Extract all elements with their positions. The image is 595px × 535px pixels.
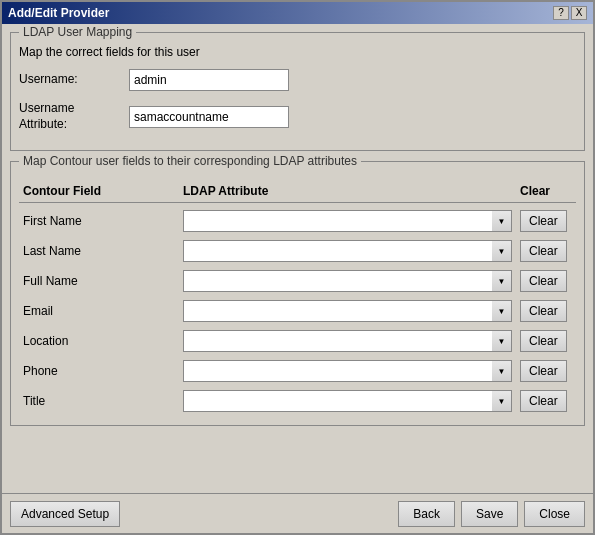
full-name-dropdown-cell: ▼ <box>179 270 516 292</box>
email-clear-button[interactable]: Clear <box>520 300 567 322</box>
last-name-dropdown[interactable] <box>183 240 512 262</box>
last-name-dropdown-arrow[interactable]: ▼ <box>492 240 512 262</box>
bottom-bar-right: Back Save Close <box>398 501 585 527</box>
title-dropdown-arrow[interactable]: ▼ <box>492 390 512 412</box>
close-button[interactable]: Close <box>524 501 585 527</box>
email-dropdown-cell: ▼ <box>179 300 516 322</box>
field-label-email: Email <box>19 304 179 318</box>
table-row: Last Name ▼ Clear <box>19 237 576 265</box>
back-button[interactable]: Back <box>398 501 455 527</box>
username-label: Username: <box>19 72 129 88</box>
bottom-bar: Advanced Setup Back Save Close <box>2 493 593 533</box>
table-row: Title ▼ Clear <box>19 387 576 415</box>
field-label-location: Location <box>19 334 179 348</box>
username-input[interactable] <box>129 69 289 91</box>
last-name-dropdown-wrapper: ▼ <box>183 240 512 262</box>
field-label-first-name: First Name <box>19 214 179 228</box>
phone-dropdown-cell: ▼ <box>179 360 516 382</box>
ldap-user-mapping-group: LDAP User Mapping Map the correct fields… <box>10 32 585 151</box>
title-bar: Add/Edit Provider ? X <box>2 2 593 24</box>
email-dropdown[interactable] <box>183 300 512 322</box>
field-label-title: Title <box>19 394 179 408</box>
title-clear-button[interactable]: Clear <box>520 390 567 412</box>
username-attr-label: UsernameAttribute: <box>19 101 129 132</box>
table-row: Location ▼ Clear <box>19 327 576 355</box>
phone-dropdown-wrapper: ▼ <box>183 360 512 382</box>
email-dropdown-arrow[interactable]: ▼ <box>492 300 512 322</box>
first-name-dropdown-cell: ▼ <box>179 210 516 232</box>
last-name-dropdown-cell: ▼ <box>179 240 516 262</box>
col-ldap-attribute: LDAP Attribute <box>179 184 516 198</box>
location-dropdown[interactable] <box>183 330 512 352</box>
username-attr-input[interactable] <box>129 106 289 128</box>
full-name-clear-button[interactable]: Clear <box>520 270 567 292</box>
window-title: Add/Edit Provider <box>8 6 109 20</box>
field-label-phone: Phone <box>19 364 179 378</box>
location-dropdown-arrow[interactable]: ▼ <box>492 330 512 352</box>
first-name-dropdown-arrow[interactable]: ▼ <box>492 210 512 232</box>
help-button[interactable]: ? <box>553 6 569 20</box>
title-dropdown-cell: ▼ <box>179 390 516 412</box>
table-row: Email ▼ Clear <box>19 297 576 325</box>
phone-dropdown[interactable] <box>183 360 512 382</box>
username-row: Username: <box>19 69 576 91</box>
full-name-dropdown-wrapper: ▼ <box>183 270 512 292</box>
col-clear: Clear <box>516 184 576 198</box>
first-name-dropdown[interactable] <box>183 210 512 232</box>
title-dropdown-wrapper: ▼ <box>183 390 512 412</box>
contour-group-title: Map Contour user fields to their corresp… <box>19 154 361 168</box>
first-name-clear-cell: Clear <box>516 210 576 232</box>
col-contour-field: Contour Field <box>19 184 179 198</box>
username-attr-row: UsernameAttribute: <box>19 101 576 132</box>
title-clear-cell: Clear <box>516 390 576 412</box>
save-button[interactable]: Save <box>461 501 518 527</box>
last-name-clear-cell: Clear <box>516 240 576 262</box>
table-row: Full Name ▼ Clear <box>19 267 576 295</box>
email-clear-cell: Clear <box>516 300 576 322</box>
scroll-area: LDAP User Mapping Map the correct fields… <box>2 24 593 493</box>
phone-clear-button[interactable]: Clear <box>520 360 567 382</box>
phone-clear-cell: Clear <box>516 360 576 382</box>
table-row: First Name ▼ Clear <box>19 207 576 235</box>
advanced-setup-button[interactable]: Advanced Setup <box>10 501 120 527</box>
content-area: LDAP User Mapping Map the correct fields… <box>2 24 593 533</box>
table-row: Phone ▼ Clear <box>19 357 576 385</box>
field-label-full-name: Full Name <box>19 274 179 288</box>
ldap-description: Map the correct fields for this user <box>19 45 576 59</box>
first-name-clear-button[interactable]: Clear <box>520 210 567 232</box>
location-clear-button[interactable]: Clear <box>520 330 567 352</box>
bottom-bar-left: Advanced Setup <box>10 501 398 527</box>
contour-mapping-group: Map Contour user fields to their corresp… <box>10 161 585 426</box>
field-label-last-name: Last Name <box>19 244 179 258</box>
table-header: Contour Field LDAP Attribute Clear <box>19 180 576 203</box>
full-name-dropdown-arrow[interactable]: ▼ <box>492 270 512 292</box>
add-edit-provider-window: Add/Edit Provider ? X LDAP User Mapping … <box>0 0 595 535</box>
email-dropdown-wrapper: ▼ <box>183 300 512 322</box>
title-bar-buttons: ? X <box>553 6 587 20</box>
mapping-table: Contour Field LDAP Attribute Clear First… <box>19 180 576 415</box>
location-dropdown-wrapper: ▼ <box>183 330 512 352</box>
location-dropdown-cell: ▼ <box>179 330 516 352</box>
last-name-clear-button[interactable]: Clear <box>520 240 567 262</box>
full-name-dropdown[interactable] <box>183 270 512 292</box>
first-name-dropdown-wrapper: ▼ <box>183 210 512 232</box>
full-name-clear-cell: Clear <box>516 270 576 292</box>
phone-dropdown-arrow[interactable]: ▼ <box>492 360 512 382</box>
title-dropdown[interactable] <box>183 390 512 412</box>
close-window-button[interactable]: X <box>571 6 587 20</box>
ldap-group-title: LDAP User Mapping <box>19 25 136 39</box>
location-clear-cell: Clear <box>516 330 576 352</box>
